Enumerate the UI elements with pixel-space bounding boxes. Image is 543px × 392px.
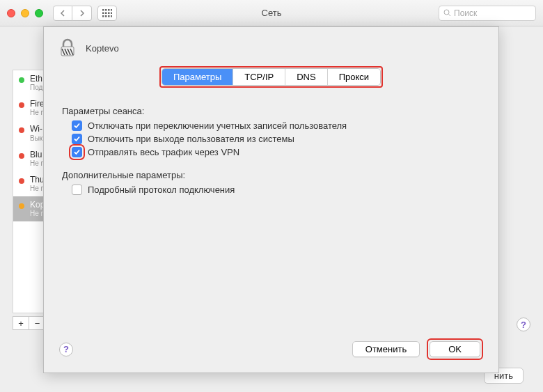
tabbar: Параметры TCP/IP DNS Прокси — [162, 68, 381, 86]
svg-rect-0 — [102, 9, 104, 11]
opt-label: Подробный протокол подключения — [88, 185, 235, 195]
opt-disconnect-logout[interactable]: Отключить при выходе пользователя из сис… — [72, 134, 480, 144]
svg-rect-5 — [105, 12, 107, 14]
status-dot-icon — [19, 178, 24, 184]
nav-buttons — [53, 6, 92, 21]
highlight-ok: OK — [427, 338, 483, 360]
svg-rect-7 — [111, 12, 112, 14]
search-icon — [443, 9, 451, 17]
svg-point-12 — [444, 10, 449, 15]
svg-rect-1 — [105, 9, 107, 11]
advanced-sheet: Koptevo Параметры TCP/IP DNS Прокси Пара… — [43, 26, 499, 373]
back-button[interactable] — [53, 6, 72, 21]
tab-options[interactable]: Параметры — [162, 69, 233, 85]
svg-rect-2 — [108, 9, 110, 11]
opt-send-all-traffic[interactable]: Отправлять весь трафик через VPN — [72, 147, 480, 157]
show-all-button[interactable] — [97, 6, 117, 21]
cancel-button[interactable]: Отменить — [352, 341, 420, 357]
opt-label: Отправлять весь трафик через VPN — [88, 147, 239, 157]
checkbox-icon — [72, 185, 82, 195]
svg-rect-4 — [102, 12, 104, 14]
checkbox-icon — [72, 120, 82, 131]
status-dot-icon — [19, 102, 24, 108]
svg-rect-10 — [108, 15, 110, 17]
tab-proxy[interactable]: Прокси — [327, 69, 380, 85]
svg-line-13 — [449, 15, 451, 17]
search-field[interactable]: Поиск — [439, 6, 536, 21]
tab-tcpip[interactable]: TCP/IP — [233, 69, 285, 85]
zoom-window-button[interactable] — [35, 9, 43, 17]
svg-rect-11 — [111, 15, 112, 17]
svg-rect-9 — [105, 15, 107, 17]
status-dot-icon — [19, 153, 24, 159]
opt-verbose-log[interactable]: Подробный протокол подключения — [72, 185, 480, 195]
vpn-lock-icon — [58, 38, 77, 58]
window-controls — [7, 9, 43, 17]
status-dot-icon — [19, 203, 24, 209]
titlebar: Сеть Поиск — [0, 0, 543, 26]
svg-rect-8 — [102, 15, 104, 17]
sheet-footer: ? Отменить OK — [44, 338, 498, 360]
help-icon: ? — [517, 317, 530, 331]
opt-label: Отключать при переключении учетных запис… — [88, 120, 347, 131]
add-service-button[interactable]: + — [13, 316, 29, 330]
sheet-title: Koptevo — [86, 43, 119, 54]
tabs: Параметры TCP/IP DNS Прокси — [58, 66, 485, 88]
network-prefs-window: Сеть Поиск Eth Под Fire Не п Wi- Вык — [0, 0, 543, 392]
opt-disconnect-switch-user[interactable]: Отключать при переключении учетных запис… — [72, 120, 480, 131]
window-title: Сеть — [262, 8, 282, 18]
search-placeholder: Поиск — [454, 8, 477, 18]
minimize-window-button[interactable] — [21, 9, 29, 17]
session-section-heading: Параметры сеанса: — [62, 106, 480, 116]
svg-rect-6 — [108, 12, 110, 14]
ok-button[interactable]: OK — [430, 341, 480, 357]
extra-section-heading: Дополнительные параметры: — [62, 170, 480, 180]
help-button-sheet[interactable]: ? — [59, 343, 73, 356]
highlight-tab: Параметры TCP/IP DNS Прокси — [159, 66, 383, 88]
close-window-button[interactable] — [7, 9, 15, 17]
sheet-header: Koptevo — [44, 27, 498, 66]
checkbox-icon — [72, 147, 82, 157]
svg-rect-3 — [111, 9, 112, 11]
status-dot-icon — [19, 127, 24, 133]
tab-dns[interactable]: DNS — [285, 69, 326, 85]
checkbox-icon — [72, 134, 82, 144]
status-dot-icon — [19, 77, 24, 83]
opt-label: Отключить при выходе пользователя из сис… — [88, 134, 294, 144]
forward-button[interactable] — [72, 6, 92, 21]
help-button-main[interactable]: ? — [517, 317, 530, 331]
sheet-content: Параметры сеанса: Отключать при переключ… — [44, 88, 498, 206]
